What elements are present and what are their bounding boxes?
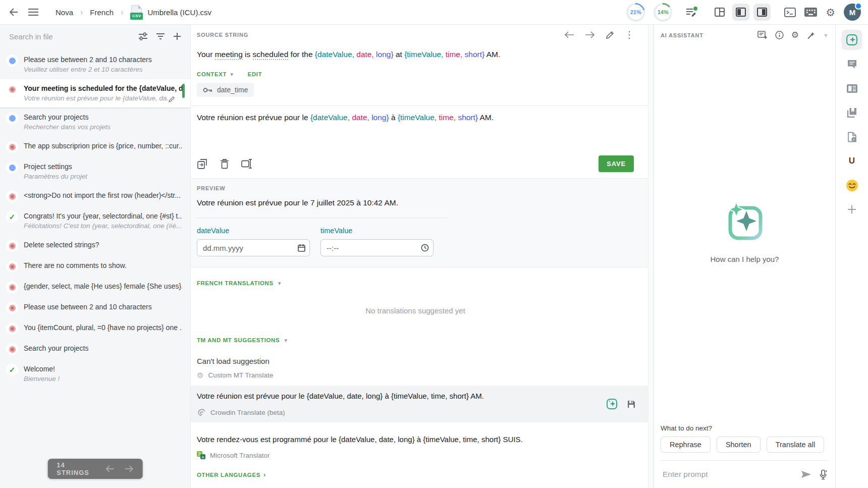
info-icon[interactable]	[775, 31, 784, 39]
shorten-button[interactable]: Shorten	[717, 437, 761, 453]
string-source-text: You {itemCount, plural, =0 {have no proj…	[24, 322, 182, 333]
suggestion-text: Votre rendez-vous est programmé pour le …	[197, 434, 636, 445]
string-status-icon	[6, 55, 18, 67]
context-article-tab-icon[interactable]	[842, 78, 862, 98]
ai-settings-gear-icon[interactable]: ⚙	[791, 31, 799, 39]
no-translations-message: No translations suggested yet	[197, 306, 634, 315]
back-arrow-icon[interactable]	[8, 7, 18, 17]
source-string-text: Your meeting is scheduled for the {dateV…	[197, 48, 634, 61]
breadcrumb-language[interactable]: French	[90, 8, 114, 17]
breadcrumb-project[interactable]: Nova	[56, 8, 73, 17]
string-list-item[interactable]: Welcome!Bienvenue !	[0, 359, 190, 388]
unicode-tool-tab-icon[interactable]: U	[842, 151, 862, 171]
string-list-item[interactable]: Please use between 2 and 10 charactersVe…	[0, 50, 190, 79]
keyboard-shortcuts-icon[interactable]	[804, 8, 817, 17]
tune-filters-icon[interactable]	[138, 32, 148, 40]
emoji-tool-tab-icon[interactable]	[842, 175, 862, 195]
magic-wand-icon[interactable]	[806, 31, 816, 40]
previous-string-icon[interactable]	[105, 465, 115, 472]
more-options-icon[interactable]: ⋮	[625, 30, 634, 39]
suggestion-text: Votre réunion est prévue pour le {dateVa…	[197, 391, 606, 402]
string-list-item[interactable]: Please use between 2 and 10 characters	[0, 297, 190, 318]
layout-split-view-icon[interactable]	[711, 4, 728, 21]
progress-translated-ring[interactable]: 21%	[626, 3, 645, 22]
add-string-icon[interactable]	[173, 32, 181, 40]
delete-translation-icon[interactable]	[220, 158, 229, 169]
collapse-chevron-icon[interactable]: ▼	[823, 32, 829, 38]
tm-mt-suggestions-section[interactable]: TM AND MT SUGGESTIONS▼	[197, 337, 634, 343]
translation-editor[interactable]: Votre réunion est prévue pour le {dateVa…	[191, 106, 648, 178]
context-edit-button[interactable]: EDIT	[248, 71, 262, 77]
console-icon[interactable]	[784, 8, 796, 17]
ai-assistant-tab-icon[interactable]	[842, 30, 862, 50]
string-list-item[interactable]: You {itemCount, plural, =0 {have no proj…	[0, 318, 190, 339]
string-list-item[interactable]: Search your projects	[0, 339, 190, 359]
string-list-item[interactable]: There are no comments to show.	[0, 256, 190, 277]
comments-tab-icon[interactable]	[842, 54, 862, 74]
strings-count-pill: 14 STRINGS	[47, 459, 143, 479]
search-input[interactable]	[9, 32, 130, 41]
string-list-item[interactable]: Search your projectsRechercher dans vos …	[0, 107, 190, 136]
clock-icon[interactable]	[421, 244, 429, 252]
mt-suggestion-row[interactable]: Votre rendez-vous est programmé pour le …	[191, 429, 648, 465]
filter-icon[interactable]	[156, 33, 165, 40]
next-arrow-icon[interactable]	[585, 31, 595, 39]
ai-prompt-input[interactable]	[662, 470, 793, 479]
edit-source-icon[interactable]	[606, 31, 614, 39]
select-text-icon[interactable]	[241, 158, 252, 169]
string-list-item[interactable]: Project settingsParamètres du projet	[0, 157, 190, 186]
send-prompt-icon[interactable]	[800, 470, 812, 479]
string-key-chip[interactable]: date_time	[197, 83, 254, 97]
translate-all-button[interactable]: Translate all	[767, 437, 824, 453]
layout-left-panel-icon[interactable]	[732, 4, 749, 21]
new-conversation-icon[interactable]	[757, 31, 768, 39]
microsoft-translator-icon: 文a	[197, 451, 205, 459]
scrollbar-gutter[interactable]	[648, 25, 654, 488]
calendar-icon[interactable]	[298, 244, 305, 252]
menu-icon[interactable]	[28, 8, 38, 16]
string-list-item-selected[interactable]: Your meeting is scheduled for the {dateV…	[0, 79, 190, 107]
string-list-item[interactable]: Congrats! It's your {year, selectordinal…	[0, 206, 190, 235]
next-string-icon[interactable]	[125, 465, 134, 472]
translation-text[interactable]: Votre réunion est prévue pour le {dateVa…	[197, 112, 634, 124]
settings-gear-icon[interactable]: ⚙	[826, 7, 835, 18]
string-key-label: date_time	[217, 86, 248, 94]
french-translations-section[interactable]: FRENCH TRANSLATIONS▼	[197, 280, 634, 286]
breadcrumb-file[interactable]: CSV Umbrella (ICU).csv	[130, 5, 211, 20]
date-value-input[interactable]	[197, 239, 310, 256]
layout-right-panel-icon[interactable]	[753, 4, 771, 21]
tm-suggestion-row[interactable]: Votre réunion est prévue pour le {dateVa…	[191, 386, 648, 422]
string-list-item[interactable]: The app subscriprion price is {price, nu…	[0, 136, 190, 157]
context-dropdown[interactable]: CONTEXT▼	[197, 71, 235, 77]
string-source-text: Project settings	[24, 161, 87, 172]
rephrase-button[interactable]: Rephrase	[661, 437, 711, 453]
editor-notes-icon[interactable]	[685, 7, 697, 18]
breadcrumb-file-name: Umbrella (ICU).csv	[147, 8, 211, 17]
file-info-tab-icon[interactable]	[842, 127, 862, 147]
other-languages-section[interactable]: OTHER LANGUAGES›	[197, 471, 634, 478]
string-list-item[interactable]: <strong>Do not import the first row (hea…	[0, 186, 190, 206]
time-value-input[interactable]	[320, 239, 433, 256]
string-source-text: Delete selected strings?	[24, 240, 99, 250]
string-translation-text: Rechercher dans vos projets	[24, 122, 111, 132]
crowdin-logo-icon	[197, 408, 206, 417]
voice-input-icon[interactable]	[819, 469, 828, 480]
user-avatar[interactable]: M	[844, 4, 861, 21]
save-button[interactable]: SAVE	[599, 155, 634, 172]
ai-assistant-panel: AI ASSISTANT ⚙ ▼ How can I help you? Wha…	[654, 25, 835, 488]
string-status-icon	[6, 161, 18, 174]
ai-improve-icon[interactable]	[606, 398, 618, 410]
copy-source-icon[interactable]	[197, 158, 208, 170]
add-tool-tab-icon[interactable]	[842, 199, 862, 220]
string-status-icon	[6, 343, 18, 355]
suggestion-error-text: Can't load suggestion	[197, 357, 634, 365]
edit-pencil-icon[interactable]	[169, 96, 175, 102]
string-list-item[interactable]: Delete selected strings?	[0, 235, 190, 256]
ai-assistant-title: AI ASSISTANT	[661, 32, 703, 38]
save-suggestion-icon[interactable]	[627, 400, 636, 409]
glossary-tab-icon[interactable]	[842, 102, 862, 123]
string-list-item[interactable]: {gender, select, male {He uses} female {…	[0, 277, 190, 297]
string-source-text: Welcome!	[24, 364, 60, 374]
previous-arrow-icon[interactable]	[564, 31, 574, 39]
progress-approved-ring[interactable]: 14%	[654, 3, 672, 22]
